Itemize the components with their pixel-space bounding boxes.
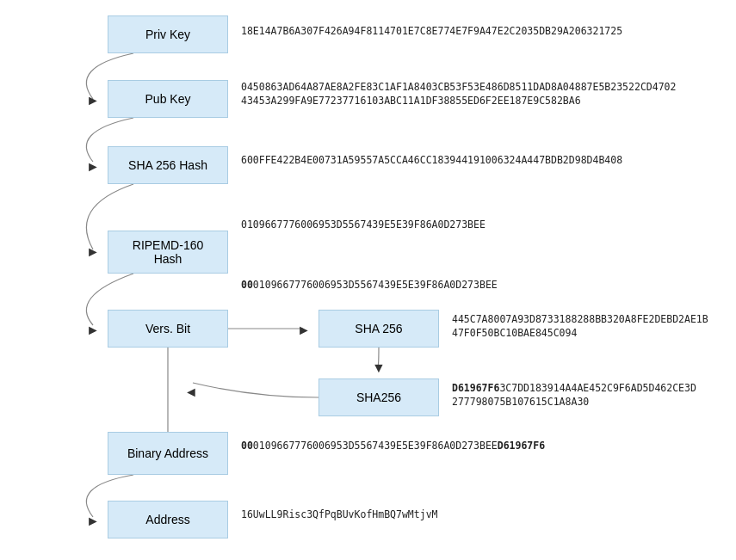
sha256-r2-bold: D61967F6 xyxy=(452,382,499,394)
pub-key-label: Pub Key xyxy=(145,92,191,106)
vers-bit-label: Vers. Bit xyxy=(145,322,190,335)
pub-key-box: Pub Key xyxy=(108,80,228,118)
arrow-sha256-r1: ► xyxy=(297,323,311,338)
arrow-sha256-r2-down: ▼ xyxy=(372,360,386,376)
val-address: 16UwLL9Risc3QfPqBUvKofHmBQ7wMtjvM xyxy=(241,508,437,521)
ripemd-bold-prefix: 00 xyxy=(241,279,253,291)
priv-key-box: Priv Key xyxy=(108,15,228,53)
val-ripemd-before: 0109667776006953D5567439E5E39F86A0D273BE… xyxy=(241,218,486,231)
binary-address-label: Binary Address xyxy=(127,446,208,460)
sha256hash-box: SHA 256 Hash xyxy=(108,146,228,184)
binary-address-box: Binary Address xyxy=(108,432,228,475)
ripemd160-label: RIPEMD-160Hash xyxy=(133,238,203,266)
sha256-r1-box: SHA 256 xyxy=(319,310,439,348)
val-binary-address: 000109667776006953D5567439E5E39F86A0D273… xyxy=(241,439,545,452)
val-sha256hash: 600FFE422B4E00731A59557A5CCA46CC18394419… xyxy=(241,153,622,167)
address-label: Address xyxy=(145,513,189,526)
arrow-pub-key: ► xyxy=(86,93,100,108)
arrow-vers-bit: ► xyxy=(86,323,100,338)
arrow-sha256-r2-back: ◄ xyxy=(184,385,198,400)
val-ripemd-after: 000109667776006953D5567439E5E39F86A0D273… xyxy=(241,278,498,292)
val-priv-key: 18E14A7B6A307F426A94F8114701E7C8E774E7F9… xyxy=(241,24,622,38)
ripemd160-box: RIPEMD-160Hash xyxy=(108,231,228,274)
arrow-ripemd: ► xyxy=(86,244,100,260)
binary-bold-00: 00 xyxy=(241,440,253,452)
sha256-r2-box: SHA256 xyxy=(319,378,439,416)
sha256hash-label: SHA 256 Hash xyxy=(128,158,207,172)
sha256-r1-label: SHA 256 xyxy=(355,322,402,335)
priv-key-label: Priv Key xyxy=(145,28,190,41)
arrow-address: ► xyxy=(86,514,100,529)
sha256-r2-label: SHA256 xyxy=(356,391,401,404)
val-sha256-r2: D61967F63C7DD183914A4AE452C9F6AD5D462CE3… xyxy=(452,381,696,409)
binary-bold-checksum: D61967F6 xyxy=(498,440,545,452)
val-sha256-r1: 445C7A8007A93D8733188288BB320A8FE2DEBD2A… xyxy=(452,312,708,340)
vers-bit-box: Vers. Bit xyxy=(108,310,228,348)
val-pub-key: 0450863AD64A87AE8A2FE83C1AF1A8403CB53F53… xyxy=(241,80,676,108)
arrow-sha256: ► xyxy=(86,159,100,175)
address-box: Address xyxy=(108,501,228,538)
